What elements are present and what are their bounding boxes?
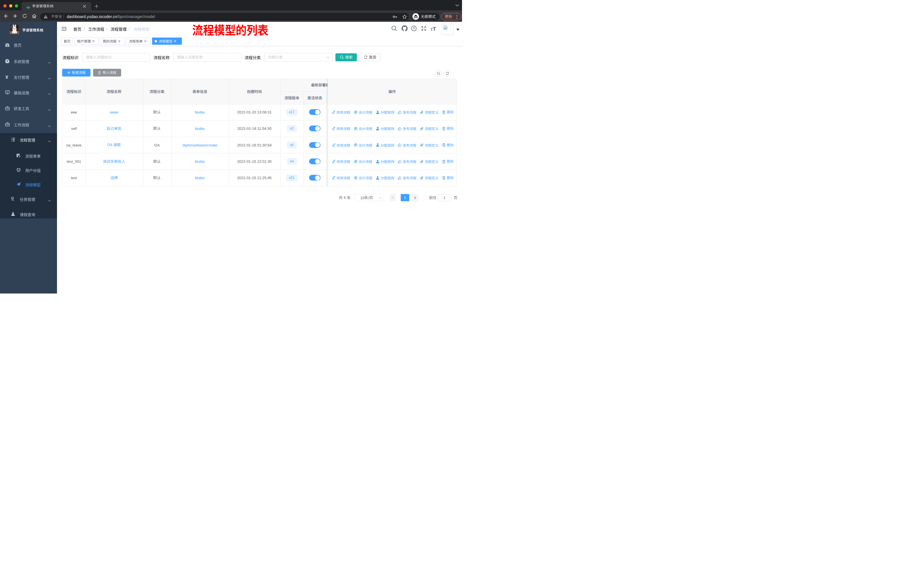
svg-text:?: ? [413,26,415,30]
